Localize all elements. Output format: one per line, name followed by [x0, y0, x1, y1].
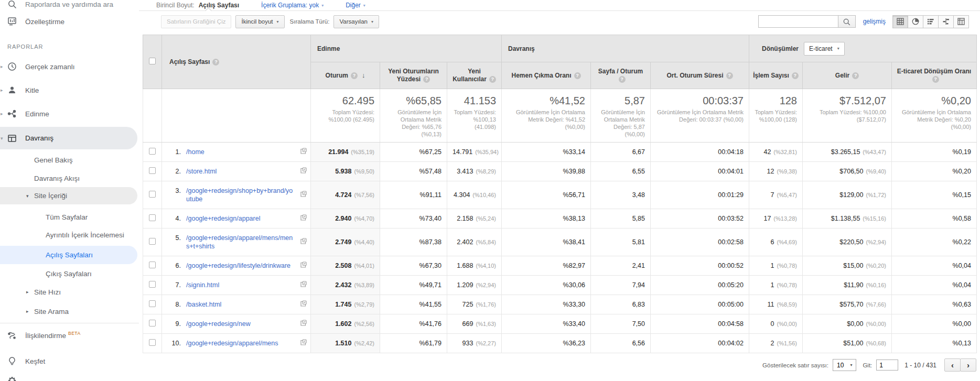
comparison-view-button[interactable]: [938, 15, 954, 28]
open-page-icon[interactable]: [300, 262, 307, 270]
column-header-revenue[interactable]: Gelir?: [803, 62, 892, 89]
help-icon[interactable]: ?: [932, 76, 939, 83]
row-checkbox[interactable]: [149, 339, 156, 346]
sidebar-item-attribution[interactable]: İlişkilendirme BETA: [0, 330, 137, 341]
page-link[interactable]: /google+redesign/apparel: [186, 214, 260, 223]
page-link[interactable]: /google+redesign/lifestyle/drinkware: [186, 262, 290, 270]
advanced-search-link[interactable]: gelişmiş: [863, 18, 886, 25]
column-header-conv-rate[interactable]: E-ticaret Dönüşüm Oranı?: [892, 62, 977, 89]
open-page-icon[interactable]: [300, 281, 307, 289]
page-link[interactable]: /basket.html: [186, 300, 221, 309]
sidebar-item-site-search[interactable]: ▸ Site Arama: [0, 307, 137, 315]
sidebar-item-overview[interactable]: Genel Bakış: [0, 156, 137, 164]
conversion-type-dropdown[interactable]: E-ticaret ▾: [804, 42, 845, 56]
page-link[interactable]: /signin.html: [186, 281, 219, 289]
other-dimension-link[interactable]: Diğer ▾: [346, 2, 365, 9]
rows-per-page-select[interactable]: 10 ▾: [833, 359, 856, 371]
row-checkbox[interactable]: [149, 281, 156, 288]
row-checkbox[interactable]: [149, 214, 156, 221]
sidebar-item-site-content[interactable]: ▾ Site İçeriği: [0, 187, 137, 204]
sidebar-item-behavior-flow[interactable]: Davranış Akışı: [0, 174, 137, 182]
help-icon[interactable]: ?: [852, 72, 859, 79]
chevron-down-icon: ▾: [277, 19, 279, 24]
open-page-icon[interactable]: [300, 214, 307, 223]
column-header-bounce-rate[interactable]: Hemen Çıkma Oranı?: [502, 62, 591, 89]
secondary-dimension-button[interactable]: İkincil boyut ▾: [235, 15, 284, 28]
goto-page-input[interactable]: [876, 360, 898, 371]
row-checkbox[interactable]: [149, 238, 156, 245]
page-link[interactable]: /google+redesign/new: [186, 320, 251, 328]
open-page-icon[interactable]: [300, 339, 307, 347]
row-checkbox[interactable]: [149, 262, 156, 268]
sidebar-item-content-drilldown[interactable]: Ayrıntılı İçerik İncelemesi: [0, 226, 137, 243]
sidebar-item-acquisition[interactable]: ▸ Edinme: [0, 108, 137, 119]
sidebar-item-behavior[interactable]: ▾ Davranış: [0, 127, 137, 149]
open-page-icon[interactable]: [300, 191, 307, 199]
chevron-down-icon: ▾: [321, 3, 324, 8]
column-header-sessions[interactable]: Oturum?↓: [311, 62, 380, 89]
help-icon[interactable]: ?: [726, 72, 733, 79]
row-checkbox[interactable]: [149, 148, 156, 155]
open-page-icon[interactable]: [300, 320, 307, 328]
sidebar-item-all-pages[interactable]: Tüm Sayfalar: [0, 213, 137, 221]
performance-view-button[interactable]: [923, 15, 939, 28]
page-link[interactable]: /google+redesign/shop+by+brand/youtube: [186, 187, 294, 203]
page-link[interactable]: /google+redesign/apparel/mens: [186, 339, 278, 347]
open-page-icon[interactable]: [300, 167, 307, 176]
column-header-pages-session[interactable]: Sayfa / Oturum?: [591, 62, 651, 89]
cell-revenue: $0,00(%0,00): [803, 314, 892, 334]
cell-new-sessions: %57,48: [380, 162, 447, 181]
cell-pages-session: 2,41: [591, 256, 651, 276]
select-all-checkbox[interactable]: [149, 58, 156, 64]
column-header-avg-duration[interactable]: Ort. Oturum Süresi?: [651, 62, 749, 89]
page-link[interactable]: /store.html: [186, 167, 217, 176]
help-icon[interactable]: ?: [489, 76, 496, 83]
row-checkbox[interactable]: [149, 300, 156, 307]
sidebar-item-admin[interactable]: [0, 375, 137, 381]
page-link[interactable]: /home: [186, 148, 204, 156]
sidebar-item-site-speed[interactable]: ▸ Site Hızı: [0, 288, 137, 296]
help-icon[interactable]: ?: [792, 72, 799, 79]
sidebar-item-realtime[interactable]: ▸ Gerçek zamanlı: [0, 61, 137, 72]
sidebar-search[interactable]: Raporlarda ve yardımda ara: [0, 0, 137, 9]
sidebar-item-landing-pages[interactable]: Açılış Sayfaları: [0, 246, 137, 264]
open-page-icon[interactable]: [300, 238, 307, 246]
sidebar-item-audience[interactable]: ▸ Kitle: [0, 85, 137, 95]
sidebar-item-customization[interactable]: Özelleştirme: [0, 16, 137, 27]
open-page-icon[interactable]: [300, 148, 307, 156]
help-icon[interactable]: ?: [574, 72, 581, 79]
table-search-button[interactable]: [838, 15, 856, 28]
help-icon[interactable]: ?: [351, 72, 358, 79]
column-header-transactions[interactable]: İşlem Sayısı?: [749, 62, 803, 89]
chevron-down-icon: ▾: [1, 136, 3, 141]
help-icon[interactable]: ?: [212, 59, 219, 66]
row-checkbox[interactable]: [149, 320, 156, 326]
sidebar-item-label: Açılış Sayfaları: [46, 251, 93, 259]
sort-type-button[interactable]: Varsayılan ▾: [333, 15, 379, 28]
column-header-landing-page[interactable]: Açılış Sayfası?: [162, 35, 311, 89]
table-search-input[interactable]: [758, 15, 838, 28]
sidebar-item-exit-pages[interactable]: Çıkış Sayfaları: [0, 269, 137, 278]
primary-dimension-value[interactable]: Açılış Sayfası: [199, 2, 239, 9]
cell-duration: 00:04:02: [651, 334, 749, 353]
table-row: 7./signin.html 2.432(%3,89) %49,71 1.209…: [143, 276, 977, 295]
next-page-button[interactable]: ›: [960, 358, 976, 372]
plot-rows-button[interactable]: Satırların Grafiğini Çiz: [161, 15, 231, 28]
help-icon[interactable]: ?: [423, 76, 430, 83]
table-view-button[interactable]: [892, 15, 908, 28]
cell-sessions: 21.994(%35,19): [311, 143, 380, 162]
row-checkbox[interactable]: [149, 167, 156, 174]
sidebar-item-discover[interactable]: Keşfet: [0, 356, 137, 366]
help-icon[interactable]: ?: [619, 76, 626, 83]
column-header-new-users[interactable]: Yeni Kullanıcılar?: [447, 62, 502, 89]
open-page-icon[interactable]: [300, 300, 307, 309]
pivot-view-button[interactable]: [953, 15, 969, 28]
page-link[interactable]: /google+redesign/apparel/mens/mens+t+shi…: [186, 234, 294, 251]
prev-page-button[interactable]: ‹: [944, 358, 961, 372]
row-checkbox[interactable]: [149, 191, 156, 198]
percentage-view-button[interactable]: [908, 15, 923, 28]
column-header-new-sessions[interactable]: Yeni Oturumların Yüzdesi?: [380, 62, 447, 89]
content-grouping-link[interactable]: İçerik Gruplama: yok ▾: [261, 2, 324, 9]
total-conv-rate: %0,20Görüntüleme İçin Ortalama Metrik De…: [892, 89, 977, 143]
cell-bounce: %39,88: [502, 162, 591, 181]
